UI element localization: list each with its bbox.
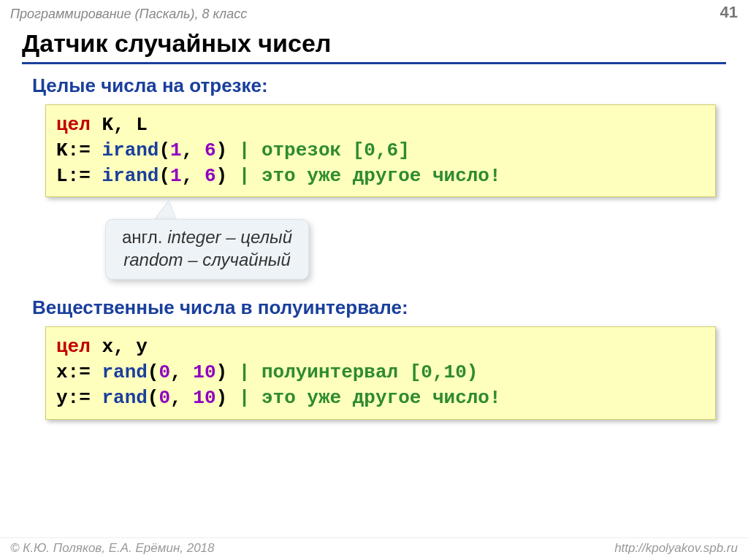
- note-text: англ.: [122, 227, 167, 247]
- code-line: цел K, L: [56, 112, 705, 138]
- callout-wrap: англ. integer – целый random – случайный: [32, 203, 716, 291]
- note-line: random – случайный: [122, 248, 292, 271]
- number: 10: [193, 387, 215, 409]
- callout-note: англ. integer – целый random – случайный: [105, 219, 309, 279]
- number: 10: [193, 361, 215, 383]
- comment: | это уже другое число!: [239, 387, 501, 409]
- code-text: (: [148, 361, 159, 383]
- code-text: L:=: [56, 165, 102, 187]
- section2-heading: Вещественные числа в полуинтервале:: [32, 296, 716, 319]
- code-text: (: [148, 387, 159, 409]
- code-text: ,: [182, 165, 205, 187]
- keyword: цел: [56, 114, 91, 136]
- code-text: (: [159, 139, 170, 161]
- code-line: L:= irand(1, 6) | это уже другое число!: [56, 164, 705, 189]
- code-text: ): [216, 361, 239, 383]
- note-italic: random: [123, 250, 183, 269]
- code-line: x:= rand(0, 10) | полуинтервал [0,10): [56, 360, 705, 386]
- code-text: K:=: [56, 139, 102, 161]
- function-name: irand: [102, 165, 159, 187]
- code-text: x, y: [91, 336, 148, 358]
- function-name: rand: [102, 361, 147, 383]
- page-number: 41: [720, 3, 738, 22]
- code-text: ): [215, 139, 238, 161]
- code-text: (: [159, 165, 170, 187]
- copyright: © К.Ю. Поляков, Е.А. Ерёмин, 2018: [10, 541, 215, 556]
- page-header: Программирование (Паскаль), 8 класс 41: [0, 0, 748, 23]
- code-block-2: цел x, y x:= rand(0, 10) | полуинтервал …: [45, 326, 716, 419]
- number: 1: [170, 165, 182, 187]
- keyword: цел: [56, 336, 91, 358]
- code-text: ,: [170, 387, 193, 409]
- note-line: англ. integer – целый: [122, 226, 292, 248]
- slide-title: Датчик случайных чисел: [22, 29, 726, 64]
- content-area: Целые числа на отрезке: цел K, L K:= ira…: [0, 64, 748, 537]
- code-text: ): [215, 165, 238, 187]
- comment: | отрезок [0,6]: [239, 139, 410, 161]
- code-text: ,: [182, 139, 205, 161]
- note-text: – случайный: [183, 250, 291, 269]
- note-italic: integer: [167, 227, 221, 247]
- comment: | это уже другое число!: [239, 165, 501, 187]
- number: 1: [170, 139, 182, 161]
- number: 6: [205, 165, 216, 187]
- number: 0: [159, 361, 170, 383]
- number: 6: [205, 139, 216, 161]
- course-label: Программирование (Паскаль), 8 класс: [10, 7, 247, 22]
- code-text: ): [216, 387, 239, 409]
- code-line: K:= irand(1, 6) | отрезок [0,6]: [56, 138, 705, 164]
- code-text: x:=: [56, 361, 102, 383]
- code-line: y:= rand(0, 10) | это уже другое число!: [56, 386, 705, 411]
- code-text: y:=: [56, 387, 102, 409]
- code-block-1: цел K, L K:= irand(1, 6) | отрезок [0,6]…: [45, 104, 716, 197]
- comment: | полуинтервал [0,10): [239, 361, 478, 383]
- code-text: K, L: [91, 114, 148, 136]
- number: 0: [159, 387, 170, 409]
- function-name: rand: [102, 387, 147, 409]
- section1-heading: Целые числа на отрезке:: [32, 74, 716, 97]
- function-name: irand: [102, 139, 159, 161]
- code-line: цел x, y: [56, 334, 705, 360]
- page-footer: © К.Ю. Поляков, Е.А. Ерёмин, 2018 http:/…: [0, 537, 748, 560]
- footer-url: http://kpolyakov.spb.ru: [614, 541, 738, 556]
- note-text: – целый: [221, 227, 293, 247]
- code-text: ,: [170, 361, 193, 383]
